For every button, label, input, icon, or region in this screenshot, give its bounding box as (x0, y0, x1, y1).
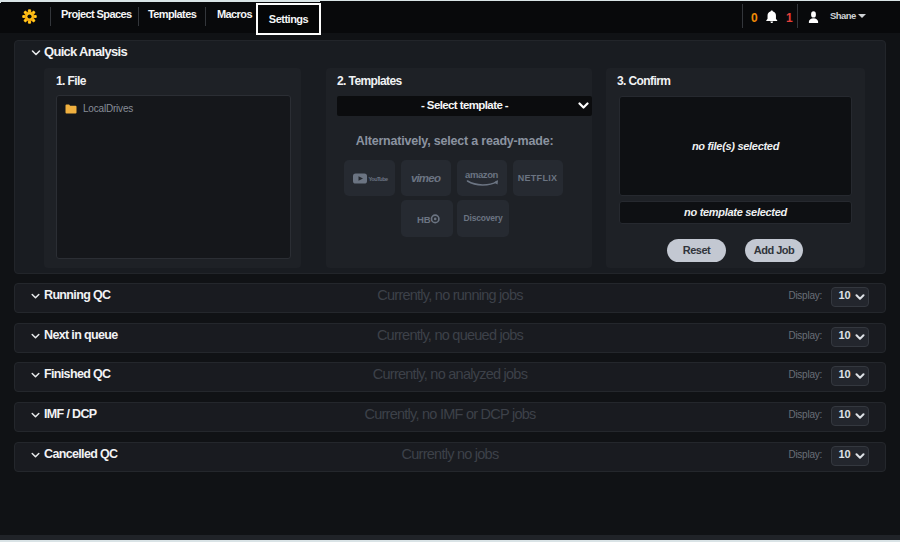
svg-text:HB: HB (417, 214, 431, 224)
svg-text:YouTube: YouTube (369, 176, 389, 182)
